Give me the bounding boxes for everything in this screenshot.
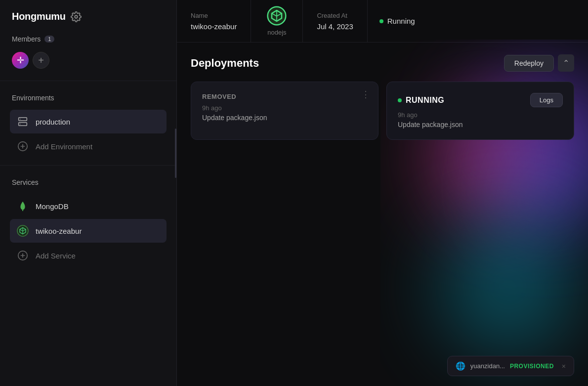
sidebar-item-twikoo-zeabur[interactable]: twikoo-zeabur [10, 219, 167, 243]
mongodb-label: MongoDB [36, 202, 69, 211]
svg-rect-1 [19, 118, 27, 121]
running-indicator-icon [379, 19, 383, 23]
avatar: ✛ [12, 52, 29, 69]
scrollbar-thumb [175, 129, 176, 178]
removed-time-label: 9h ago [202, 104, 367, 112]
deployment-card-removed: REMOVED 9h ago Update package.json ⋮ [191, 82, 378, 140]
notification-close-button[interactable]: × [562, 362, 566, 370]
bottom-notification: 🌐 yuanzidan... PROVISIONED × [447, 356, 574, 376]
tech-cell: nodejs [251, 0, 303, 42]
nodejs-service-icon [16, 224, 30, 238]
settings-icon[interactable] [71, 11, 82, 22]
add-service-button[interactable]: Add Service [10, 244, 167, 267]
services-label: Services [12, 178, 39, 186]
sidebar-item-production[interactable]: production [10, 110, 167, 133]
deployment-menu-icon[interactable]: ⋮ [361, 90, 370, 99]
redeploy-button[interactable]: Redeploy [504, 55, 554, 72]
deployments-grid: REMOVED 9h ago Update package.json ⋮ RUN… [191, 82, 574, 140]
mongodb-icon [16, 199, 30, 213]
add-environment-label: Add Environment [36, 142, 92, 151]
name-value: twikoo-zeabur [191, 22, 237, 31]
sidebar: Hongmumu Members 1 ✛ + Environments [0, 0, 177, 386]
add-circle-icon [16, 139, 30, 153]
running-time-label: 9h ago [398, 111, 563, 119]
running-dot-icon [398, 98, 402, 102]
running-status-label: RUNNING [406, 96, 444, 105]
notification-status: PROVISIONED [510, 363, 554, 370]
members-count: 1 [44, 36, 54, 43]
svg-point-0 [75, 15, 78, 18]
deployments-section: Deployments Redeploy ⌃ REMOVED 9h ago Up… [177, 43, 588, 386]
name-cell: Name twikoo-zeabur [177, 0, 251, 42]
main-content: Name twikoo-zeabur nodejs Created At Jul… [177, 0, 588, 386]
members-row: ✛ + [10, 51, 167, 75]
environments-header: Environments [10, 90, 167, 106]
logs-button[interactable]: Logs [530, 93, 563, 107]
created-cell: Created At Jul 4, 2023 [303, 0, 367, 42]
running-message-label: Update package.json [398, 121, 563, 129]
services-section: Services MongoDB twikoo-zeabur [0, 174, 176, 268]
topbar: Name twikoo-zeabur nodejs Created At Jul… [177, 0, 588, 43]
created-label: Created At [317, 12, 353, 19]
sidebar-header: Hongmumu [0, 0, 176, 31]
removed-status-label: REMOVED [202, 93, 367, 100]
removed-message-label: Update package.json [202, 114, 367, 122]
sidebar-item-mongodb[interactable]: MongoDB [10, 194, 167, 218]
production-label: production [36, 118, 70, 126]
environments-label: Environments [12, 94, 54, 102]
running-header: RUNNING Logs [398, 93, 563, 107]
name-label: Name [191, 12, 237, 19]
deployments-title: Deployments [191, 57, 259, 70]
collapse-button[interactable]: ⌃ [558, 54, 574, 72]
globe-icon: 🌐 [456, 361, 465, 371]
svg-rect-2 [19, 123, 27, 126]
add-member-button[interactable]: + [33, 52, 49, 69]
status-value: Running [387, 17, 415, 25]
notification-url: yuanzidan... [470, 362, 505, 370]
add-service-label: Add Service [36, 252, 76, 260]
nodejs-logo-icon [267, 6, 287, 26]
deployments-header: Deployments Redeploy ⌃ [191, 54, 574, 72]
running-status-row: RUNNING [398, 96, 444, 105]
members-header: Members 1 [10, 31, 167, 47]
environments-section: Environments production A [0, 90, 176, 159]
project-title: Hongmumu [12, 11, 66, 22]
server-icon [16, 115, 30, 129]
members-label: Members [12, 35, 41, 43]
members-section: Members 1 ✛ + [0, 31, 176, 75]
services-header: Services [10, 174, 167, 190]
add-environment-button[interactable]: Add Environment [10, 134, 167, 158]
status-cell: Running [368, 0, 427, 42]
created-value: Jul 4, 2023 [317, 22, 353, 31]
add-service-icon [16, 249, 30, 262]
twikoo-zeabur-label: twikoo-zeabur [36, 227, 82, 235]
deployment-card-running: RUNNING Logs 9h ago Update package.json [386, 82, 574, 140]
tech-label: nodejs [267, 29, 286, 36]
